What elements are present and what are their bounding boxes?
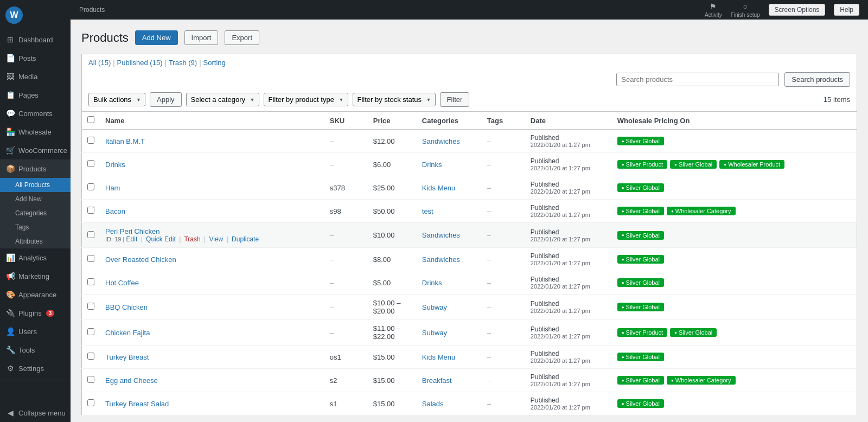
- category-link[interactable]: Drinks: [422, 279, 442, 287]
- category-link[interactable]: Subway: [422, 303, 447, 311]
- product-name-link[interactable]: Egg and Cheese: [105, 376, 158, 385]
- finish-setup-button[interactable]: ○ Finish setup: [731, 2, 760, 18]
- activity-button[interactable]: ⚑ Activity: [705, 2, 722, 18]
- sidebar-item-wholesale[interactable]: 🏪 Wholesale: [0, 123, 71, 141]
- sidebar-item-marketing[interactable]: 📢 Marketing: [0, 267, 71, 285]
- product-name-link[interactable]: Drinks: [105, 161, 125, 169]
- sidebar-item-categories[interactable]: Categories: [0, 206, 71, 220]
- sidebar-item-tags[interactable]: Tags: [0, 220, 71, 234]
- products-table: Name SKU Price Categories Tags Date Whol…: [81, 112, 857, 415]
- type-filter-select[interactable]: Filter by product type: [264, 93, 348, 106]
- filter-button[interactable]: Filter: [440, 92, 470, 107]
- product-name-link[interactable]: Bacon: [105, 207, 125, 215]
- stock-filter-select[interactable]: Filter by stock status: [353, 93, 436, 106]
- sidebar-item-all-products[interactable]: All Products: [0, 178, 71, 192]
- edit-link[interactable]: Edit: [126, 235, 138, 243]
- row-checkbox[interactable]: [87, 160, 94, 167]
- row-checkbox-cell: [82, 295, 100, 320]
- row-checkbox[interactable]: [87, 353, 94, 360]
- sidebar-item-products[interactable]: 📦 Products: [0, 159, 71, 178]
- sidebar-item-dashboard[interactable]: ⊞ Dashboard: [0, 30, 71, 49]
- publish-status: Published: [531, 276, 607, 283]
- row-checkbox[interactable]: [87, 278, 94, 285]
- product-name-cell: Turkey Breast: [100, 346, 324, 369]
- select-all-checkbox[interactable]: [87, 116, 94, 123]
- sidebar-item-settings[interactable]: ⚙ Settings: [0, 359, 71, 378]
- row-checkbox[interactable]: [87, 231, 94, 238]
- search-button[interactable]: Search products: [784, 72, 850, 87]
- sku-value: –: [330, 231, 334, 239]
- sidebar-item-attributes[interactable]: Attributes: [0, 234, 71, 248]
- subnav-published[interactable]: Published (15): [117, 59, 163, 67]
- sidebar-item-media[interactable]: 🖼 Media: [0, 67, 71, 86]
- category-link[interactable]: Sandwiches: [422, 255, 460, 264]
- screen-options-button[interactable]: Screen Options: [769, 4, 826, 16]
- category-link[interactable]: Subway: [422, 329, 447, 337]
- sidebar-item-posts[interactable]: 📄 Posts: [0, 49, 71, 67]
- row-checkbox[interactable]: [87, 328, 94, 335]
- sidebar-item-users[interactable]: 👤 Users: [0, 322, 71, 341]
- quick-edit-link[interactable]: Quick Edit: [146, 235, 176, 243]
- sidebar-item-tools[interactable]: 🔧 Tools: [0, 341, 71, 359]
- subnav-trash[interactable]: Trash (9): [169, 59, 197, 67]
- search-input[interactable]: [616, 73, 779, 86]
- badges-container: Silver Global: [617, 254, 851, 264]
- category-link[interactable]: Kids Menu: [422, 184, 455, 192]
- product-name-link[interactable]: Peri Peri Chicken: [105, 227, 159, 235]
- sidebar-item-woocommerce[interactable]: 🛒 WooCommerce: [0, 141, 71, 159]
- sidebar-item-appearance[interactable]: 🎨 Appearance: [0, 285, 71, 304]
- product-name-link[interactable]: Chicken Fajita: [105, 329, 150, 337]
- category-link[interactable]: Breakfast: [422, 376, 452, 385]
- header-wholesale-pricing: Wholesale Pricing On: [612, 112, 857, 130]
- help-button[interactable]: Help: [834, 4, 859, 16]
- badges-container: Silver Global: [617, 278, 851, 287]
- price-cell: $6.00: [368, 153, 417, 176]
- category-link[interactable]: test: [422, 207, 433, 215]
- publish-status: Published: [531, 350, 607, 357]
- row-checkbox[interactable]: [87, 255, 94, 262]
- sidebar-item-plugins[interactable]: 🔌 Plugins 3: [0, 304, 71, 322]
- price-cell: $50.00: [368, 200, 417, 223]
- product-name-cell: Peri Peri Chicken ID: 19 | Edit | Quick …: [100, 223, 324, 248]
- collapse-menu-button[interactable]: ◀ Collapse menu: [0, 404, 71, 422]
- row-checkbox[interactable]: [87, 183, 94, 190]
- subnav-all[interactable]: All (15): [88, 59, 111, 67]
- category-link[interactable]: Salads: [422, 400, 444, 408]
- add-new-button[interactable]: Add New: [135, 30, 178, 45]
- product-name-link[interactable]: Italian B.M.T: [105, 137, 145, 145]
- sku-cell: s98: [324, 200, 368, 223]
- import-button[interactable]: Import: [184, 30, 219, 45]
- apply-button[interactable]: Apply: [150, 92, 182, 107]
- header-name[interactable]: Name: [100, 112, 324, 130]
- sidebar-item-analytics[interactable]: 📊 Analytics: [0, 248, 71, 267]
- sidebar-item-pages[interactable]: 📋 Pages: [0, 86, 71, 104]
- table-row: BBQ Chicken – $10.00 – $20.00 Subway – P…: [82, 295, 857, 320]
- category-link[interactable]: Sandwiches: [422, 231, 460, 239]
- product-name-link[interactable]: Turkey Breast Salad: [105, 400, 169, 408]
- row-checkbox[interactable]: [87, 303, 94, 310]
- view-link[interactable]: View: [209, 235, 223, 243]
- product-name-link[interactable]: Over Roasted Chicken: [105, 255, 176, 264]
- category-link[interactable]: Drinks: [422, 161, 442, 169]
- category-filter-select[interactable]: Select a category: [186, 93, 259, 106]
- publish-datetime: 2022/01/20 at 1:27 pm: [531, 283, 607, 290]
- row-checkbox[interactable]: [87, 207, 94, 214]
- sidebar-item-comments[interactable]: 💬 Comments: [0, 104, 71, 123]
- duplicate-link[interactable]: Duplicate: [232, 235, 259, 243]
- sidebar-item-add-new[interactable]: Add New: [0, 192, 71, 206]
- bulk-actions-select[interactable]: Bulk actions: [88, 93, 145, 106]
- row-checkbox[interactable]: [87, 137, 94, 144]
- trash-link[interactable]: Trash: [184, 235, 200, 243]
- row-checkbox[interactable]: [87, 376, 94, 383]
- subnav-sorting[interactable]: Sorting: [203, 59, 226, 67]
- category-link[interactable]: Kids Menu: [422, 353, 455, 361]
- category-link[interactable]: Sandwiches: [422, 137, 460, 145]
- product-name-link[interactable]: Ham: [105, 184, 120, 192]
- sku-cell: s2: [324, 369, 368, 392]
- export-button[interactable]: Export: [225, 30, 259, 45]
- product-name-link[interactable]: Hot Coffee: [105, 279, 139, 287]
- row-checkbox[interactable]: [87, 399, 94, 406]
- category-cell: Kids Menu: [417, 176, 482, 200]
- product-name-link[interactable]: Turkey Breast: [105, 353, 149, 361]
- product-name-link[interactable]: BBQ Chicken: [105, 303, 148, 311]
